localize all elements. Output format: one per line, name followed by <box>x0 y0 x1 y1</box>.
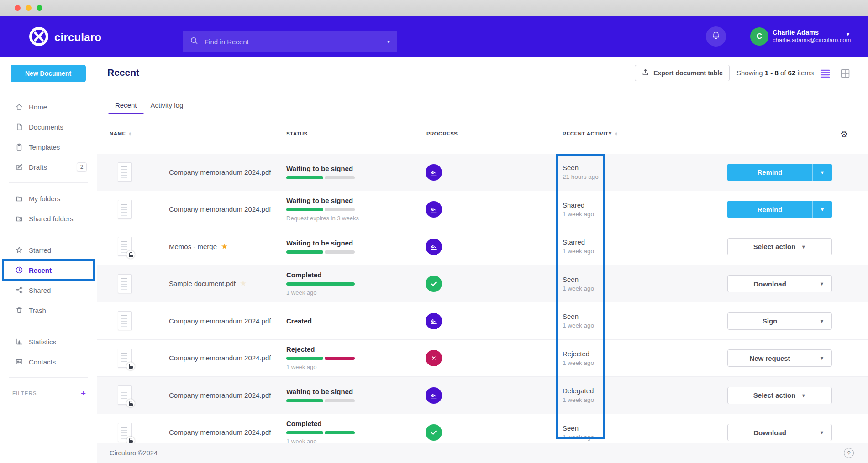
window-close-button[interactable] <box>15 5 21 11</box>
sidebar: New Document HomeDocumentsTemplatesDraft… <box>0 57 97 463</box>
grid-view-icon[interactable] <box>840 68 850 78</box>
notifications-button[interactable] <box>706 26 726 47</box>
table-settings-gear-icon[interactable]: ⚙ <box>840 129 848 140</box>
row-action-button-select-action[interactable]: Select action ▼ <box>727 387 832 404</box>
tab-bar: Recent Activity log <box>108 96 190 114</box>
row-action-button-remind[interactable]: Remind ▼ <box>727 164 832 181</box>
user-menu[interactable]: Charlie Adams charlie.adams@circularo.co… <box>773 28 851 44</box>
document-thumbnail[interactable] <box>118 423 132 442</box>
document-thumbnail[interactable] <box>118 237 132 256</box>
document-thumbnail[interactable] <box>118 162 132 182</box>
row-action-button-download[interactable]: Download ▼ <box>727 275 832 292</box>
sidebar-item-my-folders[interactable]: My folders <box>0 188 97 208</box>
sidebar-item-templates[interactable]: Templates <box>0 137 97 157</box>
action-dropdown-caret-icon[interactable]: ▼ <box>812 350 831 366</box>
window-zoom-button[interactable] <box>37 5 42 11</box>
table-row[interactable]: Company memorandum 2024.pdf Waiting to b… <box>97 154 868 191</box>
action-dropdown-caret-icon: ▼ <box>801 244 806 250</box>
search-bar[interactable]: ▾ <box>183 31 397 52</box>
table-row[interactable]: Company memorandum 2024.pdf Waiting to b… <box>97 191 868 229</box>
table-row[interactable]: Company memorandum 2024.pdf Waiting to b… <box>97 377 868 414</box>
sidebar-item-contacts[interactable]: Contacts <box>0 352 97 372</box>
pencil-icon <box>15 163 23 171</box>
search-scope-caret-icon[interactable]: ▾ <box>387 38 390 45</box>
user-email: charlie.adams@circularo.com <box>773 36 851 44</box>
search-input[interactable] <box>204 37 387 46</box>
sidebar-item-documents[interactable]: Documents <box>0 117 97 137</box>
action-dropdown-caret-icon[interactable]: ▼ <box>812 201 832 218</box>
table-row[interactable]: Sample document.pdf★ Completed 1 week ag… <box>97 265 868 303</box>
action-dropdown-caret-icon[interactable]: ▼ <box>812 313 831 329</box>
row-action-button-sign[interactable]: Sign ▼ <box>727 312 832 330</box>
bar-chart-icon <box>15 338 23 346</box>
row-action-button-select-action[interactable]: Select action ▼ <box>727 238 832 255</box>
document-name[interactable]: Company memorandum 2024.pdf <box>169 391 271 399</box>
column-header-name[interactable]: NAME ▲▼ <box>110 131 132 136</box>
user-menu-caret-icon[interactable]: ▾ <box>847 31 849 37</box>
table-row[interactable]: Company memorandum 2024.pdf Completed 1 … <box>97 414 868 443</box>
window-minimize-button[interactable] <box>26 5 32 11</box>
action-dropdown-caret-icon[interactable]: ▼ <box>812 164 832 181</box>
table-row[interactable]: Memos - merge★ Waiting to be signed Star… <box>97 228 868 265</box>
sidebar-item-trash[interactable]: Trash <box>0 300 97 320</box>
activity-time: 1 week ago <box>563 211 594 218</box>
progress-segment <box>325 357 355 360</box>
help-button[interactable]: ? <box>844 448 854 458</box>
sidebar-item-home[interactable]: Home <box>0 97 97 117</box>
user-avatar[interactable]: C <box>750 27 768 46</box>
sidebar-item-recent[interactable]: Recent <box>0 260 97 280</box>
completed-check-icon <box>426 424 442 441</box>
brand-name: circularo <box>54 31 101 44</box>
document-thumbnail[interactable] <box>118 385 132 405</box>
star-icon[interactable]: ★ <box>240 279 247 288</box>
sidebar-item-shared-folders[interactable]: Shared folders <box>0 208 97 229</box>
sort-icon[interactable]: ▲▼ <box>615 131 618 136</box>
status-cell: Completed 1 week ago <box>286 265 391 302</box>
document-name[interactable]: Company memorandum 2024.pdf <box>169 428 271 436</box>
table-row[interactable]: Company memorandum 2024.pdf Created Seen… <box>97 302 868 340</box>
status-subtext: Request expires in 3 weeks <box>286 215 391 222</box>
list-view-icon[interactable] <box>820 68 830 78</box>
add-filter-button[interactable]: + <box>81 389 86 398</box>
activity-label: Delegated <box>563 387 594 395</box>
document-thumbnail[interactable] <box>118 274 132 293</box>
document-name[interactable]: Company memorandum 2024.pdf <box>169 317 271 325</box>
export-document-table-button[interactable]: Export document table <box>635 65 730 81</box>
document-name[interactable]: Company memorandum 2024.pdf <box>169 205 271 213</box>
row-action-button-new-request[interactable]: New request ▼ <box>727 349 832 367</box>
star-icon[interactable]: ★ <box>221 242 228 251</box>
lock-icon <box>126 362 135 370</box>
action-dropdown-caret-icon: ▼ <box>801 393 806 398</box>
table-row[interactable]: Company memorandum 2024.pdf Rejected 1 w… <box>97 340 868 377</box>
document-name[interactable]: Company memorandum 2024.pdf <box>169 168 271 176</box>
document-name[interactable]: Sample document.pdf <box>169 280 236 287</box>
status-cell: Waiting to be signed <box>286 228 391 265</box>
sidebar-item-statistics[interactable]: Statistics <box>0 332 97 352</box>
recent-activity-cell: Seen 1 week ago <box>563 265 594 302</box>
progress-segment <box>325 208 355 211</box>
sidebar-item-label: My folders <box>29 195 60 203</box>
status-cell: Waiting to be signed <box>286 377 391 414</box>
sidebar-item-starred[interactable]: Starred <box>0 240 97 260</box>
action-dropdown-caret-icon[interactable]: ▼ <box>812 424 831 441</box>
row-action-button-remind[interactable]: Remind ▼ <box>727 201 832 218</box>
tab-activity-log[interactable]: Activity log <box>144 96 190 114</box>
action-dropdown-caret-icon[interactable]: ▼ <box>812 276 831 292</box>
sidebar-item-drafts[interactable]: Drafts2 <box>0 157 97 177</box>
row-action-button-download[interactable]: Download ▼ <box>727 424 832 441</box>
document-name[interactable]: Company memorandum 2024.pdf <box>169 354 271 362</box>
document-thumbnail[interactable] <box>118 200 132 219</box>
brand-logo[interactable]: circularo <box>29 26 101 48</box>
sort-icon[interactable]: ▲▼ <box>128 131 132 136</box>
rejected-x-icon <box>426 350 442 366</box>
sidebar-item-shared[interactable]: Shared <box>0 280 97 300</box>
column-header-recent-activity[interactable]: RECENT ACTIVITY ▲▼ <box>563 131 618 136</box>
circularo-logo-icon <box>29 26 49 48</box>
document-thumbnail[interactable] <box>118 349 132 368</box>
activity-time: 1 week ago <box>563 396 594 403</box>
new-document-button[interactable]: New Document <box>11 65 86 82</box>
copyright-text: Circularo ©2024 <box>110 449 158 457</box>
document-thumbnail[interactable] <box>118 311 132 330</box>
document-name[interactable]: Memos - merge <box>169 243 217 250</box>
tab-recent[interactable]: Recent <box>108 96 144 114</box>
